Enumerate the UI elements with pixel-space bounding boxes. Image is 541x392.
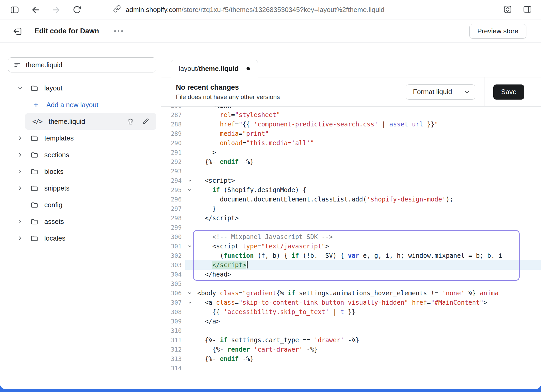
code-text[interactable]: (function (f, b) { if (!b.__SV) { var e,… [194,251,541,260]
file-filter[interactable] [8,57,156,72]
code-text[interactable]: rel="stylesheet" [194,110,541,120]
chevron-right-icon[interactable] [17,235,23,242]
tree-item-folder-locales[interactable]: locales [0,230,156,247]
code-text[interactable]: <a class="skip-to-content-link button vi… [194,298,541,307]
code-line-313[interactable]: 313 {%- endif -%} [161,354,541,364]
tree-item-folder-sections[interactable]: sections [0,146,156,163]
code-line-304[interactable]: 304 </head> [161,270,541,279]
code-line-303[interactable]: 303 </script> [161,260,541,270]
chevron-right-icon[interactable] [17,135,23,142]
more-actions-button[interactable] [114,30,123,32]
chevron-right-icon[interactable] [17,168,23,175]
reload-icon[interactable] [72,5,81,14]
tree-item-folder-config[interactable]: config [0,197,156,213]
code-text[interactable]: {%- endif -%} [194,157,541,167]
preview-store-button[interactable]: Preview store [469,24,527,39]
format-liquid-button[interactable]: Format liquid [406,84,475,100]
code-line-296[interactable]: 296 document.documentElement.classList.a… [161,195,541,204]
code-line-287[interactable]: 287 rel="stylesheet" [161,110,541,120]
code-text[interactable]: href="{{ 'component-predictive-search.cs… [194,120,541,129]
chevron-right-icon[interactable] [17,218,23,225]
code-line-293[interactable]: 293 [161,167,541,176]
code-text[interactable]: </a> [194,317,541,326]
code-line-298[interactable]: 298 </script> [161,213,541,223]
code-line-301[interactable]: 301 <script type="text/javascript"> [161,242,541,251]
code-line-302[interactable]: 302 (function (f, b) { if (!b.__SV) { va… [161,251,541,260]
sidebar-toggle-icon[interactable] [10,5,19,15]
code-text[interactable]: {%- endif -%} [194,354,541,364]
chevron-down-icon[interactable] [17,85,23,91]
code-text[interactable]: </head> [194,270,541,279]
tree-item-add-new-layout[interactable]: Add a new layout [0,96,156,113]
code-line-306[interactable]: 306<body class="gradient{% if settings.a… [161,289,541,298]
fold-chevron-icon[interactable] [185,242,194,251]
code-line-299[interactable]: 299 [161,223,541,232]
code-line-308[interactable]: 308 {{ 'accessibility.skip_to_text' | t … [161,307,541,317]
fold-spacer [185,223,194,232]
tree-item-folder-snippets[interactable]: snippets [0,180,156,197]
chevron-down-icon[interactable] [459,85,475,99]
url-bar[interactable]: admin.shopify.com/store/rzq1xu-f5/themes… [113,5,384,15]
code-text[interactable]: onload="this.media='all'" [194,138,541,148]
fold-chevron-icon[interactable] [185,298,194,307]
code-line-305[interactable]: 305 [161,279,541,289]
tab-theme-liquid[interactable]: layout/theme.liquid [171,60,258,77]
code-text[interactable]: <!-- Mixpanel Javascript SDK --> [194,232,541,242]
exit-icon[interactable] [13,26,23,36]
code-line-311[interactable]: 311 {%- if settings.cart_type == 'drawer… [161,335,541,345]
code-line-288[interactable]: 288 href="{{ 'component-predictive-searc… [161,120,541,129]
code-line-312[interactable]: 312 {%- render 'cart-drawer' -%} [161,345,541,354]
code-line-286[interactable]: 286 <link [161,107,541,110]
fold-chevron-icon[interactable] [185,176,194,185]
code-line-294[interactable]: 294 <script> [161,176,541,185]
delete-file-icon[interactable] [127,118,134,125]
code-text[interactable] [194,223,541,232]
fold-chevron-icon[interactable] [185,185,194,195]
code-line-290[interactable]: 290 onload="this.media='all'" [161,138,541,148]
code-text[interactable]: <script> [194,176,541,185]
code-line-291[interactable]: 291 > [161,148,541,157]
save-button[interactable]: Save [493,84,524,100]
rename-file-icon[interactable] [142,118,150,125]
code-editor[interactable]: 286 <link287 rel="stylesheet"288 href="{… [161,107,541,389]
code-text[interactable]: {{ 'accessibility.skip_to_text' | t }} [194,307,541,317]
code-line-289[interactable]: 289 media="print" [161,129,541,138]
code-text[interactable] [194,364,541,373]
code-line-295[interactable]: 295 if (Shopify.designMode) { [161,185,541,195]
code-line-297[interactable]: 297 } [161,204,541,213]
extension-switcher-icon[interactable] [503,5,512,15]
code-text[interactable]: document.documentElement.classList.add('… [194,195,541,204]
code-text[interactable]: if (Shopify.designMode) { [194,185,541,195]
tree-item-folder-blocks[interactable]: blocks [0,163,156,180]
tree-item-file-theme-liquid[interactable]: </>theme.liquid [25,113,156,130]
code-line-310[interactable]: 310 [161,326,541,335]
code-text[interactable] [194,167,541,176]
code-text[interactable] [194,326,541,335]
fold-chevron-icon[interactable] [185,289,194,298]
code-text[interactable]: </script> [194,260,541,270]
code-line-309[interactable]: 309 </a> [161,317,541,326]
code-line-314[interactable]: 314 [161,364,541,373]
code-text[interactable]: {%- if settings.cart_type == 'drawer' -%… [194,335,541,345]
tree-item-folder-layout[interactable]: layout [0,80,156,96]
code-text[interactable]: {%- render 'cart-drawer' -%} [194,345,541,354]
tree-item-folder-templates[interactable]: templates [0,130,156,146]
tree-item-folder-assets[interactable]: assets [0,213,156,230]
code-line-300[interactable]: 300 <!-- Mixpanel Javascript SDK --> [161,232,541,242]
code-text[interactable] [194,279,541,289]
back-icon[interactable] [31,5,40,15]
code-text[interactable]: } [194,204,541,213]
chevron-right-icon[interactable] [17,151,23,158]
code-text[interactable]: media="print" [194,129,541,138]
chevron-right-icon[interactable] [17,185,23,192]
code-text[interactable]: > [194,148,541,157]
code-text[interactable]: <script type="text/javascript"> [194,242,541,251]
code-line-307[interactable]: 307 <a class="skip-to-content-link butto… [161,298,541,307]
code-text[interactable]: <body class="gradient{% if settings.anim… [194,289,541,298]
split-view-icon[interactable] [523,5,532,15]
forward-icon[interactable] [52,5,61,15]
code-text[interactable]: </script> [194,213,541,223]
code-text[interactable]: <link [194,107,541,110]
filter-input[interactable] [26,61,151,69]
code-line-292[interactable]: 292 {%- endif -%} [161,157,541,167]
